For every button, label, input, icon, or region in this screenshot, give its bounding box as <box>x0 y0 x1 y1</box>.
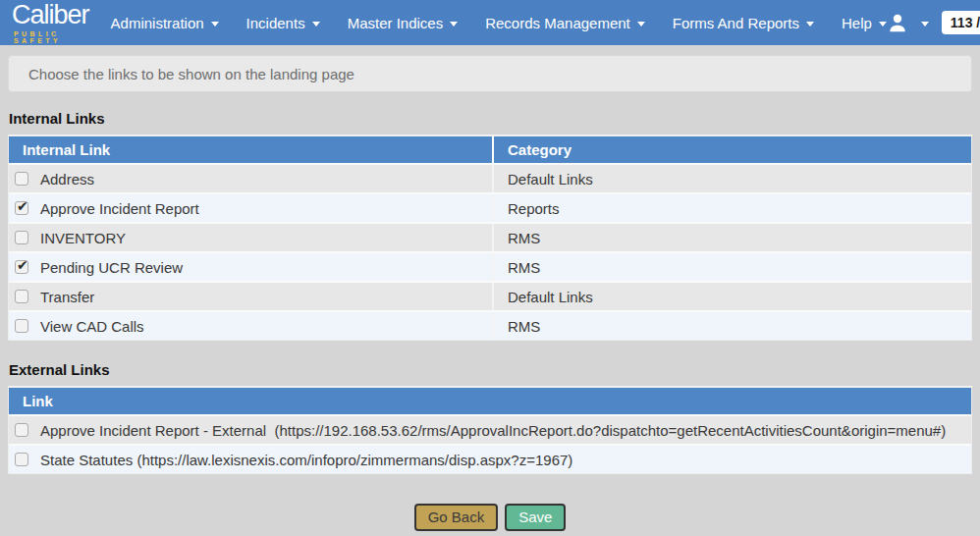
internal-links-table-header: Internal Link Category <box>9 136 971 163</box>
brand-logo[interactable]: Caliber PUBLIC SAFETY <box>12 2 89 44</box>
brand-tagline: PUBLIC SAFETY <box>12 30 89 44</box>
external-links-table: Link Approve Incident Report - External … <box>8 386 972 474</box>
external-link-checkbox[interactable] <box>15 423 28 437</box>
internal-link-row: Transfer Default Links <box>9 281 971 310</box>
chevron-down-icon <box>211 22 219 27</box>
internal-link-row: INVENTORY RMS <box>9 222 971 251</box>
internal-links-rows: Address Default Links Approve Incident R… <box>9 163 971 340</box>
external-link-checkbox[interactable] <box>15 453 28 466</box>
internal-link-row: Approve Incident Report Reports <box>9 192 971 222</box>
column-header-category: Category <box>492 136 971 163</box>
internal-link-label: View CAD Calls <box>40 318 144 335</box>
external-links-title: External Links <box>9 361 972 378</box>
internal-link-row: View CAD Calls RMS <box>9 310 971 340</box>
external-link-row: State Statutes (https://law.lexisnexis.c… <box>9 444 971 473</box>
internal-link-category: RMS <box>508 230 540 246</box>
internal-link-checkbox[interactable] <box>15 319 28 333</box>
internal-link-category: Default Links <box>508 171 593 188</box>
internal-link-label: Pending UCR Review <box>40 259 183 276</box>
internal-link-checkbox[interactable] <box>15 201 28 215</box>
internal-link-label: INVENTORY <box>40 230 126 246</box>
banner-panel: Choose the links to be shown on the land… <box>8 55 972 92</box>
internal-link-category: RMS <box>508 259 540 276</box>
nav-menu-master-indices[interactable]: Master Indices <box>348 15 459 31</box>
chevron-down-icon <box>450 22 458 27</box>
save-button[interactable]: Save <box>505 504 566 531</box>
internal-link-category: Default Links <box>508 289 593 305</box>
go-back-button[interactable]: Go Back <box>414 504 499 531</box>
user-icon <box>887 12 908 33</box>
chevron-down-icon <box>312 22 320 27</box>
nav-menu-label: Records Management <box>485 15 630 31</box>
nav-menu-forms-and-reports[interactable]: Forms And Reports <box>673 15 814 31</box>
chevron-down-icon <box>806 22 814 27</box>
column-header-link: Link <box>9 388 971 414</box>
navbar-right-cluster: 113 / 0 ⚙ <box>887 10 980 35</box>
counter-badge[interactable]: 113 / 0 <box>942 11 980 34</box>
internal-link-label: Approve Incident Report <box>40 200 199 217</box>
nav-menus: Administration Incidents Master Indices … <box>111 15 887 31</box>
chevron-down-icon <box>637 22 645 27</box>
internal-link-row: Pending UCR Review RMS <box>9 251 971 281</box>
internal-link-row: Address Default Links <box>9 163 971 192</box>
internal-link-checkbox[interactable] <box>15 172 28 186</box>
external-link-row: Approve Incident Report - External (http… <box>9 414 971 444</box>
nav-menu-label: Help <box>842 15 872 31</box>
internal-link-label: Address <box>40 171 94 188</box>
internal-link-label: Transfer <box>40 289 94 305</box>
internal-link-checkbox[interactable] <box>15 290 28 303</box>
external-link-label: State Statutes (https://law.lexisnexis.c… <box>40 452 572 468</box>
banner-message: Choose the links to be shown on the land… <box>28 66 354 82</box>
internal-link-checkbox[interactable] <box>15 231 28 244</box>
column-header-internal-link: Internal Link <box>9 136 492 163</box>
nav-menu-help[interactable]: Help <box>842 15 887 31</box>
internal-link-checkbox[interactable] <box>15 260 28 274</box>
external-links-table-header: Link <box>9 388 971 414</box>
nav-menu-administration[interactable]: Administration <box>111 15 219 31</box>
internal-link-category: RMS <box>508 318 540 335</box>
external-link-label: Approve Incident Report - External (http… <box>40 422 946 439</box>
chevron-down-icon <box>879 22 887 27</box>
internal-links-title: Internal Links <box>9 110 972 127</box>
user-menu-button[interactable] <box>887 12 908 33</box>
nav-menu-label: Incidents <box>246 15 305 31</box>
top-navbar: Caliber PUBLIC SAFETY Administration Inc… <box>0 0 980 45</box>
internal-links-table: Internal Link Category Address Default L… <box>8 134 972 341</box>
external-links-rows: Approve Incident Report - External (http… <box>9 414 971 473</box>
nav-menu-label: Master Indices <box>348 15 444 31</box>
user-menu-chevron-icon[interactable] <box>921 22 929 27</box>
nav-menu-incidents[interactable]: Incidents <box>246 15 320 31</box>
brand-name: Caliber <box>12 2 89 28</box>
nav-menu-records-management[interactable]: Records Management <box>485 15 645 31</box>
nav-menu-label: Administration <box>111 15 204 31</box>
footer-actions: Go Back Save <box>0 504 980 531</box>
internal-link-category: Reports <box>508 200 560 217</box>
nav-menu-label: Forms And Reports <box>673 15 799 31</box>
